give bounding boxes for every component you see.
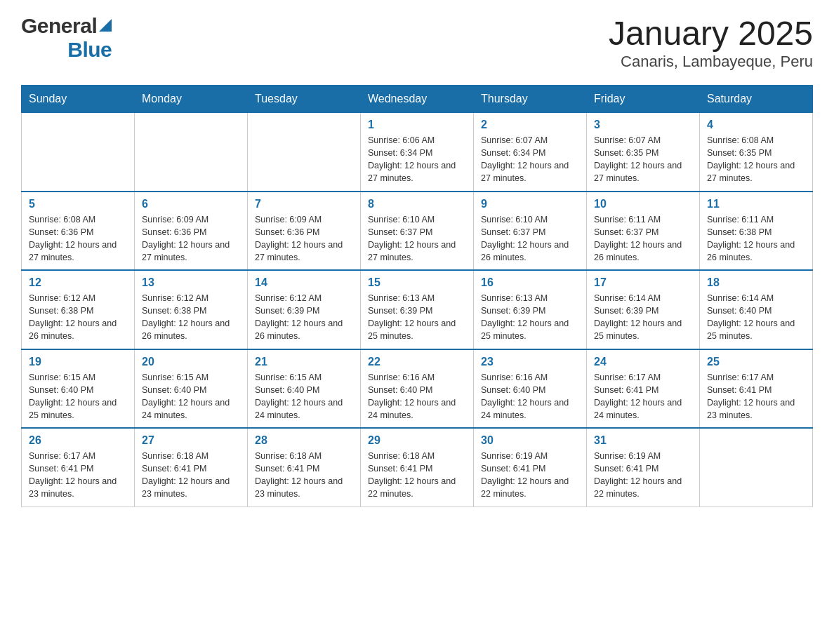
calendar-day-31: 31Sunrise: 6:19 AM Sunset: 6:41 PM Dayli… — [587, 428, 700, 507]
day-number: 17 — [594, 276, 692, 289]
day-info: Sunrise: 6:13 AM Sunset: 6:39 PM Dayligh… — [368, 292, 466, 343]
calendar-day-28: 28Sunrise: 6:18 AM Sunset: 6:41 PM Dayli… — [248, 428, 361, 507]
calendar-week-3: 12Sunrise: 6:12 AM Sunset: 6:38 PM Dayli… — [22, 270, 813, 349]
day-info: Sunrise: 6:19 AM Sunset: 6:41 PM Dayligh… — [594, 450, 692, 501]
calendar-week-1: 1Sunrise: 6:06 AM Sunset: 6:34 PM Daylig… — [22, 113, 813, 192]
day-info: Sunrise: 6:09 AM Sunset: 6:36 PM Dayligh… — [255, 213, 353, 264]
day-info: Sunrise: 6:18 AM Sunset: 6:41 PM Dayligh… — [142, 450, 240, 501]
logo-blue-text: Blue — [67, 38, 112, 62]
day-info: Sunrise: 6:12 AM Sunset: 6:38 PM Dayligh… — [29, 292, 127, 343]
day-number: 29 — [368, 434, 466, 447]
day-number: 31 — [594, 434, 692, 447]
calendar-day-21: 21Sunrise: 6:15 AM Sunset: 6:40 PM Dayli… — [248, 349, 361, 429]
day-number: 21 — [255, 356, 353, 368]
day-number: 27 — [142, 434, 240, 447]
day-info: Sunrise: 6:15 AM Sunset: 6:40 PM Dayligh… — [29, 371, 127, 422]
day-info: Sunrise: 6:14 AM Sunset: 6:40 PM Dayligh… — [707, 292, 805, 343]
day-number: 7 — [255, 198, 353, 210]
calendar-week-5: 26Sunrise: 6:17 AM Sunset: 6:41 PM Dayli… — [22, 428, 813, 507]
day-number: 26 — [29, 434, 127, 447]
calendar-day-24: 24Sunrise: 6:17 AM Sunset: 6:41 PM Dayli… — [587, 349, 700, 429]
calendar-day-8: 8Sunrise: 6:10 AM Sunset: 6:37 PM Daylig… — [361, 192, 474, 271]
calendar-day-12: 12Sunrise: 6:12 AM Sunset: 6:38 PM Dayli… — [22, 270, 135, 349]
calendar-day-6: 6Sunrise: 6:09 AM Sunset: 6:36 PM Daylig… — [135, 192, 248, 271]
day-info: Sunrise: 6:18 AM Sunset: 6:41 PM Dayligh… — [368, 450, 466, 501]
day-info: Sunrise: 6:09 AM Sunset: 6:36 PM Dayligh… — [142, 213, 240, 264]
day-number: 12 — [29, 276, 127, 289]
day-header-saturday: Saturday — [700, 86, 813, 113]
calendar-day-11: 11Sunrise: 6:11 AM Sunset: 6:38 PM Dayli… — [700, 192, 813, 271]
day-number: 18 — [707, 276, 805, 289]
day-number: 19 — [29, 356, 127, 368]
day-number: 5 — [29, 198, 127, 210]
day-info: Sunrise: 6:18 AM Sunset: 6:41 PM Dayligh… — [255, 450, 353, 501]
day-info: Sunrise: 6:10 AM Sunset: 6:37 PM Dayligh… — [368, 213, 466, 264]
calendar-day-15: 15Sunrise: 6:13 AM Sunset: 6:39 PM Dayli… — [361, 270, 474, 349]
day-number: 11 — [707, 198, 805, 210]
calendar-day-20: 20Sunrise: 6:15 AM Sunset: 6:40 PM Dayli… — [135, 349, 248, 429]
calendar-day-10: 10Sunrise: 6:11 AM Sunset: 6:37 PM Dayli… — [587, 192, 700, 271]
day-info: Sunrise: 6:10 AM Sunset: 6:37 PM Dayligh… — [481, 213, 579, 264]
page-title: January 2025 — [609, 14, 813, 53]
logo: General Blue — [21, 14, 112, 62]
day-info: Sunrise: 6:15 AM Sunset: 6:40 PM Dayligh… — [142, 371, 240, 422]
calendar-day-14: 14Sunrise: 6:12 AM Sunset: 6:39 PM Dayli… — [248, 270, 361, 349]
day-info: Sunrise: 6:17 AM Sunset: 6:41 PM Dayligh… — [707, 371, 805, 422]
calendar-day-4: 4Sunrise: 6:08 AM Sunset: 6:35 PM Daylig… — [700, 113, 813, 192]
day-info: Sunrise: 6:12 AM Sunset: 6:39 PM Dayligh… — [255, 292, 353, 343]
page-subtitle: Canaris, Lambayeque, Peru — [609, 53, 813, 71]
calendar-week-2: 5Sunrise: 6:08 AM Sunset: 6:36 PM Daylig… — [22, 192, 813, 271]
calendar-day-25: 25Sunrise: 6:17 AM Sunset: 6:41 PM Dayli… — [700, 349, 813, 429]
day-header-friday: Friday — [587, 86, 700, 113]
day-number: 20 — [142, 356, 240, 368]
day-header-wednesday: Wednesday — [361, 86, 474, 113]
day-number: 14 — [255, 276, 353, 289]
logo-triangle-icon — [99, 19, 112, 32]
calendar-day-19: 19Sunrise: 6:15 AM Sunset: 6:40 PM Dayli… — [22, 349, 135, 429]
day-info: Sunrise: 6:16 AM Sunset: 6:40 PM Dayligh… — [481, 371, 579, 422]
calendar-day-17: 17Sunrise: 6:14 AM Sunset: 6:39 PM Dayli… — [587, 270, 700, 349]
calendar-empty-cell — [135, 113, 248, 192]
day-info: Sunrise: 6:11 AM Sunset: 6:37 PM Dayligh… — [594, 213, 692, 264]
day-number: 6 — [142, 198, 240, 210]
calendar-day-13: 13Sunrise: 6:12 AM Sunset: 6:38 PM Dayli… — [135, 270, 248, 349]
calendar-day-23: 23Sunrise: 6:16 AM Sunset: 6:40 PM Dayli… — [474, 349, 587, 429]
calendar-day-7: 7Sunrise: 6:09 AM Sunset: 6:36 PM Daylig… — [248, 192, 361, 271]
day-info: Sunrise: 6:12 AM Sunset: 6:38 PM Dayligh… — [142, 292, 240, 343]
calendar-day-30: 30Sunrise: 6:19 AM Sunset: 6:41 PM Dayli… — [474, 428, 587, 507]
day-info: Sunrise: 6:06 AM Sunset: 6:34 PM Dayligh… — [368, 134, 466, 185]
page-header: General Blue January 2025 Canaris, Lamba… — [21, 14, 813, 71]
calendar-day-27: 27Sunrise: 6:18 AM Sunset: 6:41 PM Dayli… — [135, 428, 248, 507]
calendar-day-26: 26Sunrise: 6:17 AM Sunset: 6:41 PM Dayli… — [22, 428, 135, 507]
day-number: 15 — [368, 276, 466, 289]
day-number: 22 — [368, 356, 466, 368]
day-number: 10 — [594, 198, 692, 210]
day-info: Sunrise: 6:17 AM Sunset: 6:41 PM Dayligh… — [29, 450, 127, 501]
day-info: Sunrise: 6:08 AM Sunset: 6:36 PM Dayligh… — [29, 213, 127, 264]
day-info: Sunrise: 6:14 AM Sunset: 6:39 PM Dayligh… — [594, 292, 692, 343]
day-number: 25 — [707, 356, 805, 368]
logo-general-text: General — [21, 14, 97, 38]
day-number: 23 — [481, 356, 579, 368]
day-number: 16 — [481, 276, 579, 289]
day-number: 30 — [481, 434, 579, 447]
day-number: 3 — [594, 119, 692, 131]
day-info: Sunrise: 6:08 AM Sunset: 6:35 PM Dayligh… — [707, 134, 805, 185]
day-info: Sunrise: 6:07 AM Sunset: 6:35 PM Dayligh… — [594, 134, 692, 185]
day-number: 2 — [481, 119, 579, 131]
calendar-day-16: 16Sunrise: 6:13 AM Sunset: 6:39 PM Dayli… — [474, 270, 587, 349]
calendar-day-29: 29Sunrise: 6:18 AM Sunset: 6:41 PM Dayli… — [361, 428, 474, 507]
calendar-empty-cell — [700, 428, 813, 507]
calendar-table: SundayMondayTuesdayWednesdayThursdayFrid… — [21, 85, 813, 507]
day-info: Sunrise: 6:13 AM Sunset: 6:39 PM Dayligh… — [481, 292, 579, 343]
day-info: Sunrise: 6:19 AM Sunset: 6:41 PM Dayligh… — [481, 450, 579, 501]
day-header-tuesday: Tuesday — [248, 86, 361, 113]
day-number: 13 — [142, 276, 240, 289]
day-header-thursday: Thursday — [474, 86, 587, 113]
calendar-day-1: 1Sunrise: 6:06 AM Sunset: 6:34 PM Daylig… — [361, 113, 474, 192]
day-number: 4 — [707, 119, 805, 131]
day-info: Sunrise: 6:15 AM Sunset: 6:40 PM Dayligh… — [255, 371, 353, 422]
calendar-day-18: 18Sunrise: 6:14 AM Sunset: 6:40 PM Dayli… — [700, 270, 813, 349]
title-block: January 2025 Canaris, Lambayeque, Peru — [609, 14, 813, 71]
calendar-header-row: SundayMondayTuesdayWednesdayThursdayFrid… — [22, 86, 813, 113]
